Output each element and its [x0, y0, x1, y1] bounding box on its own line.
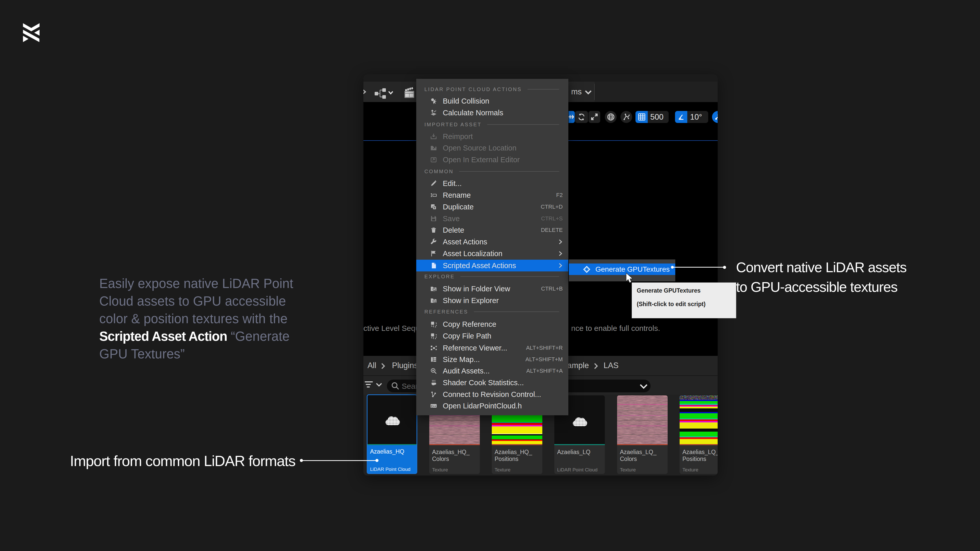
- svg-text:C++: C++: [431, 405, 436, 408]
